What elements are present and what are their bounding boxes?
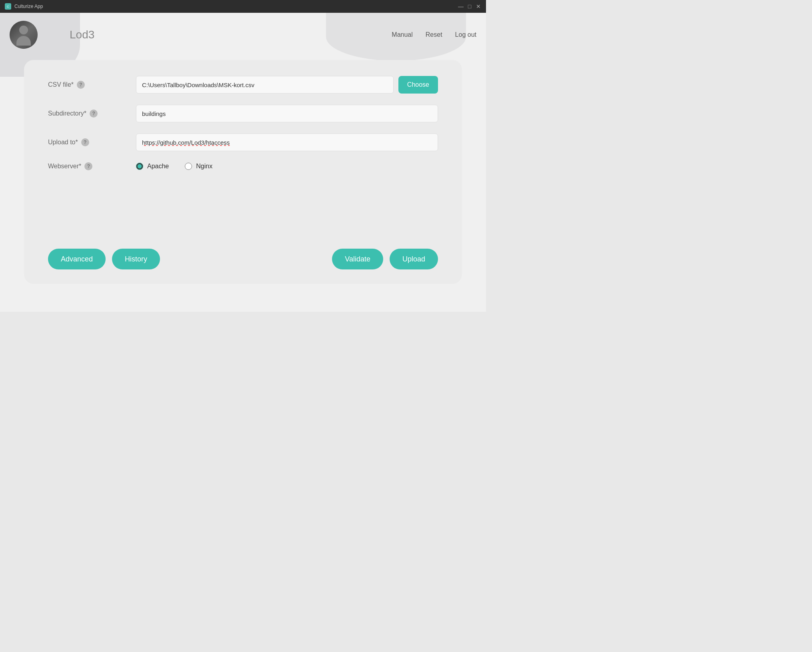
logout-link[interactable]: Log out <box>455 31 476 38</box>
upload-button[interactable]: Upload <box>390 249 438 269</box>
upload-to-input-wrap <box>136 134 438 151</box>
apache-label: Apache <box>147 163 169 170</box>
webserver-help-icon[interactable]: ? <box>84 162 92 170</box>
bottom-right-buttons: Validate Upload <box>332 249 438 269</box>
page-title: Lod3 <box>70 28 392 41</box>
main-card: CSV file* ? Choose Subdirectory* ? <box>24 60 462 284</box>
csv-file-row: CSV file* ? Choose <box>48 76 438 94</box>
upload-to-input[interactable] <box>136 134 438 151</box>
window-controls: — □ ✕ <box>458 4 481 9</box>
apache-radio[interactable] <box>136 163 143 170</box>
validate-button[interactable]: Validate <box>332 249 383 269</box>
webserver-radio-group: Apache Nginx <box>136 163 212 170</box>
nginx-option[interactable]: Nginx <box>185 163 212 170</box>
nav-actions: Manual Reset Log out <box>392 31 476 38</box>
app-container: Lod3 Manual Reset Log out CSV file* ? Ch… <box>0 13 486 312</box>
webserver-label: Webserver* ? <box>48 162 136 170</box>
subdirectory-label: Subdirectory* ? <box>48 110 136 118</box>
avatar-image <box>10 21 38 49</box>
header: Lod3 Manual Reset Log out <box>0 13 486 57</box>
upload-to-row: Upload to* ? <box>48 134 438 151</box>
csv-file-input-wrap: Choose <box>136 76 438 94</box>
manual-link[interactable]: Manual <box>392 31 412 38</box>
svg-text:C: C <box>7 5 9 8</box>
avatar <box>10 21 38 49</box>
subdirectory-row: Subdirectory* ? <box>48 105 438 122</box>
form-area: CSV file* ? Choose Subdirectory* ? <box>48 76 438 233</box>
subdirectory-input[interactable] <box>136 105 438 122</box>
minimize-button[interactable]: — <box>458 4 464 9</box>
app-name: Culturize App <box>14 4 43 9</box>
title-bar: C Culturize App — □ ✕ <box>0 0 486 13</box>
webserver-radio-wrap: Apache Nginx <box>136 163 438 170</box>
nginx-radio[interactable] <box>185 163 192 170</box>
history-button[interactable]: History <box>112 249 160 269</box>
subdirectory-help-icon[interactable]: ? <box>90 110 98 118</box>
reset-link[interactable]: Reset <box>426 31 442 38</box>
title-bar-left: C Culturize App <box>5 3 43 10</box>
csv-file-label: CSV file* ? <box>48 81 136 89</box>
apache-option[interactable]: Apache <box>136 163 169 170</box>
nginx-label: Nginx <box>196 163 212 170</box>
csv-file-input[interactable] <box>136 76 394 94</box>
advanced-button[interactable]: Advanced <box>48 249 106 269</box>
bottom-actions: Advanced History Validate Upload <box>48 249 438 269</box>
maximize-button[interactable]: □ <box>467 4 472 9</box>
app-icon: C <box>5 3 11 10</box>
upload-to-label: Upload to* ? <box>48 138 136 146</box>
csv-help-icon[interactable]: ? <box>77 81 85 89</box>
close-button[interactable]: ✕ <box>476 4 481 9</box>
choose-button[interactable]: Choose <box>398 76 438 94</box>
upload-help-icon[interactable]: ? <box>81 138 89 146</box>
webserver-row: Webserver* ? Apache Nginx <box>48 162 438 170</box>
bottom-left-buttons: Advanced History <box>48 249 160 269</box>
subdirectory-input-wrap <box>136 105 438 122</box>
